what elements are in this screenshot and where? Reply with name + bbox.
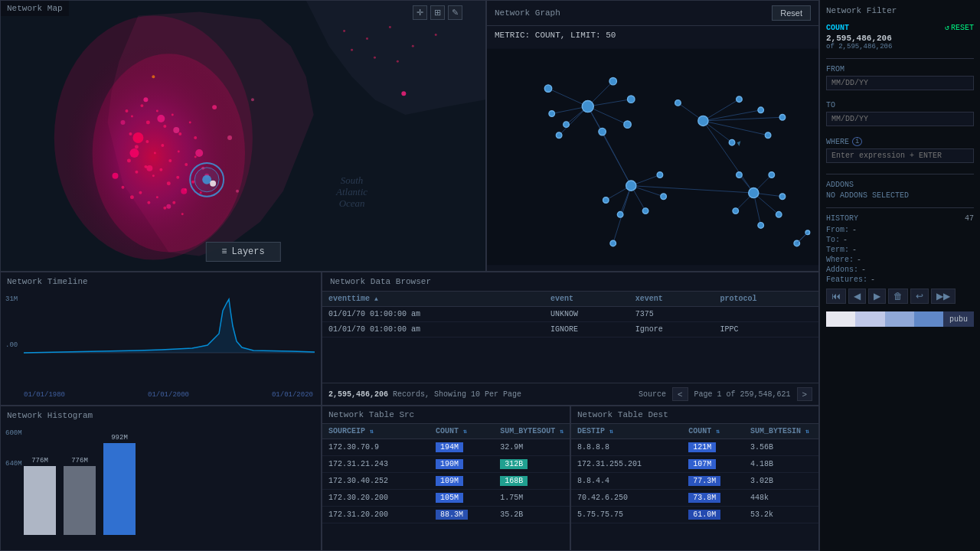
table-row[interactable]: 8.8.8.8 121M 3.56B xyxy=(571,439,818,456)
src-header-row: SOURCEIP ⇅ COUNT ⇅ SUM_BYTESOUT ⇅ xyxy=(322,424,570,439)
histogram-title: Network Histogram xyxy=(7,411,315,420)
svg-point-128 xyxy=(661,194,667,200)
svg-point-129 xyxy=(657,172,663,178)
from-input[interactable] xyxy=(826,76,974,90)
hist-y-top: 600M xyxy=(5,429,22,437)
svg-point-24 xyxy=(146,121,150,125)
col-event[interactable]: event xyxy=(544,292,629,307)
table-row[interactable]: 01/01/70 01:00:00 am IGNORE Ignore IPPC xyxy=(322,322,818,337)
src-col-count[interactable]: COUNT ⇅ xyxy=(430,424,494,439)
svg-point-135 xyxy=(758,223,764,229)
hist-play-btn[interactable]: ▶ xyxy=(868,289,886,304)
src-table-title: Network Table Src xyxy=(322,406,570,424)
svg-point-113 xyxy=(599,128,606,135)
bar-2-rect xyxy=(64,466,96,535)
svg-point-36 xyxy=(168,159,172,162)
reset-btn[interactable]: Reset xyxy=(772,5,811,21)
dest-bytes: 53.2k xyxy=(744,507,818,523)
col-protocol[interactable]: protocol xyxy=(714,292,818,307)
count-label: COUNT xyxy=(826,24,849,32)
svg-point-63 xyxy=(435,34,437,36)
history-from: From: - xyxy=(826,226,974,234)
table-row[interactable]: 172.30.20.200 105M 1.75M xyxy=(322,490,570,507)
table-row[interactable]: 172.30.70.9 194M 32.9M xyxy=(322,439,570,456)
map-move-btn[interactable]: ✛ xyxy=(413,5,427,20)
where-info-icon[interactable]: i xyxy=(852,137,862,146)
next-page-btn[interactable]: > xyxy=(797,387,812,401)
hist-delete-btn[interactable]: 🗑 xyxy=(888,289,908,304)
hist-undo-btn[interactable]: ↩ xyxy=(910,289,929,304)
bar-3-rect xyxy=(103,443,136,535)
src-ip: 172.31.21.243 xyxy=(322,456,430,473)
source-label: Source xyxy=(639,390,666,399)
table-row[interactable]: 8.8.4.4 77.3M 3.02B xyxy=(571,473,818,490)
map-edit-btn[interactable]: ✎ xyxy=(448,5,462,20)
svg-text:South: South xyxy=(341,174,363,186)
dest-col-ip[interactable]: DESTIP ⇅ xyxy=(571,424,682,439)
table-row[interactable]: 172.31.21.243 190M 312B xyxy=(322,456,570,473)
cell-event: UNKNOW xyxy=(544,307,629,322)
hist-prev-btn[interactable]: ◀ xyxy=(848,289,866,304)
svg-point-52 xyxy=(130,195,134,199)
dest-bytes: 4.18B xyxy=(744,456,818,473)
svg-point-44 xyxy=(152,174,155,177)
bar-3-label: 992M xyxy=(111,434,128,442)
bottom-left: Network Timeline 31M .00 01/01/1980 xyxy=(0,272,322,551)
hist-next-btn[interactable]: ▶▶ xyxy=(931,289,956,304)
dest-ip: 8.8.4.4 xyxy=(571,473,682,490)
svg-point-122 xyxy=(765,132,771,139)
browser-table-container[interactable]: eventtime ▲ event xevent protocol 01/01/… xyxy=(322,292,818,383)
timeline-y-zero: .00 xyxy=(5,341,18,349)
where-input[interactable] xyxy=(826,148,974,163)
history-count: 47 xyxy=(965,214,974,223)
to-input[interactable] xyxy=(826,112,974,126)
src-table-scroll[interactable]: SOURCEIP ⇅ COUNT ⇅ SUM_BYTESOUT ⇅ 172.30… xyxy=(322,424,570,550)
dest-table: DESTIP ⇅ COUNT ⇅ SUM_BYTESIN ⇅ 8.8.8.8 1… xyxy=(571,424,818,523)
src-col-bytes[interactable]: SUM_BYTESOUT ⇅ xyxy=(494,424,570,439)
bar-1-rect xyxy=(24,466,56,535)
filter-panel: Network Filter COUNT ↺ RESET 2,595,486,2… xyxy=(819,0,980,551)
graph-header: Network Graph Reset xyxy=(487,1,818,26)
dest-col-count[interactable]: COUNT ⇅ xyxy=(682,424,744,439)
svg-point-35 xyxy=(161,144,164,147)
dest-table-panel: Network Table Dest DESTIP ⇅ COUNT ⇅ SUM_… xyxy=(570,406,819,551)
svg-point-59 xyxy=(343,30,345,32)
table-row[interactable]: 70.42.6.250 73.8M 448k xyxy=(571,490,818,507)
svg-point-70 xyxy=(210,181,216,187)
color-seg-4 xyxy=(914,311,943,327)
table-row[interactable]: 01/01/70 01:00:00 am UNKNOW 7375 xyxy=(322,307,818,322)
history-term: Term: - xyxy=(826,246,974,254)
cell-xevent: Ignore xyxy=(629,322,714,337)
bottom-tables: Network Table Src SOURCEIP ⇅ COUNT ⇅ SUM… xyxy=(322,406,819,551)
layers-btn[interactable]: ≡ Layers xyxy=(205,242,280,262)
table-row[interactable]: 172.31.255.201 107M 4.18B xyxy=(571,456,818,473)
map-grid-btn[interactable]: ⊞ xyxy=(430,5,445,20)
svg-text:Ocean: Ocean xyxy=(339,197,365,209)
svg-point-131 xyxy=(737,172,743,178)
col-eventtime[interactable]: eventtime ▲ xyxy=(322,292,544,307)
src-count: 190M xyxy=(430,456,494,473)
cell-protocol: IPPC xyxy=(714,322,818,337)
hist-first-btn[interactable]: ⏮ xyxy=(826,289,846,304)
reset-count-btn[interactable]: ↺ RESET xyxy=(945,23,974,32)
svg-point-45 xyxy=(159,168,162,171)
dest-table-scroll[interactable]: DESTIP ⇅ COUNT ⇅ SUM_BYTESIN ⇅ 8.8.8.8 1… xyxy=(571,424,818,550)
svg-point-115 xyxy=(549,111,555,117)
svg-point-137 xyxy=(610,240,616,246)
bar-1: 776M xyxy=(24,457,56,535)
svg-point-118 xyxy=(698,116,708,126)
page-info: Page 1 of 259,548,621 xyxy=(694,390,791,399)
src-col-ip[interactable]: SOURCEIP ⇅ xyxy=(322,424,430,439)
table-row[interactable]: 172.31.20.200 88.3M 35.2B xyxy=(322,507,570,523)
svg-point-48 xyxy=(185,188,187,191)
map-panel: Network Map ✛ ⊞ ✎ ✕ ⚙ Config xyxy=(0,0,486,272)
table-row[interactable]: 5.75.75.75 61.0M 53.2k xyxy=(571,507,818,523)
svg-point-64 xyxy=(351,49,353,51)
layers-label: Layers xyxy=(231,246,264,257)
table-row[interactable]: 172.30.40.252 109M 168B xyxy=(322,473,570,490)
dest-col-bytes[interactable]: SUM_BYTESIN ⇅ xyxy=(744,424,818,439)
dest-count: 107M xyxy=(682,456,744,473)
prev-page-btn[interactable]: < xyxy=(672,387,688,401)
col-xevent[interactable]: xevent xyxy=(629,292,714,307)
timeline-x-2020: 01/01/2020 xyxy=(272,391,313,399)
